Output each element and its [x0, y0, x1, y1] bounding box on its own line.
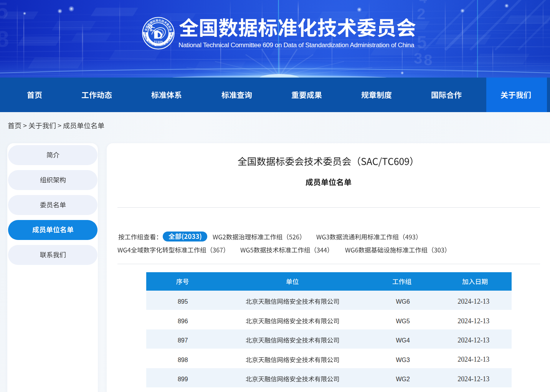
svg-text:4: 4 [419, 0, 427, 6]
svg-text:5: 5 [0, 0, 8, 23]
svg-text:8: 8 [0, 26, 9, 52]
svg-text:2: 2 [417, 5, 425, 22]
svg-text:8: 8 [424, 51, 432, 68]
svg-text:3: 3 [414, 50, 422, 67]
